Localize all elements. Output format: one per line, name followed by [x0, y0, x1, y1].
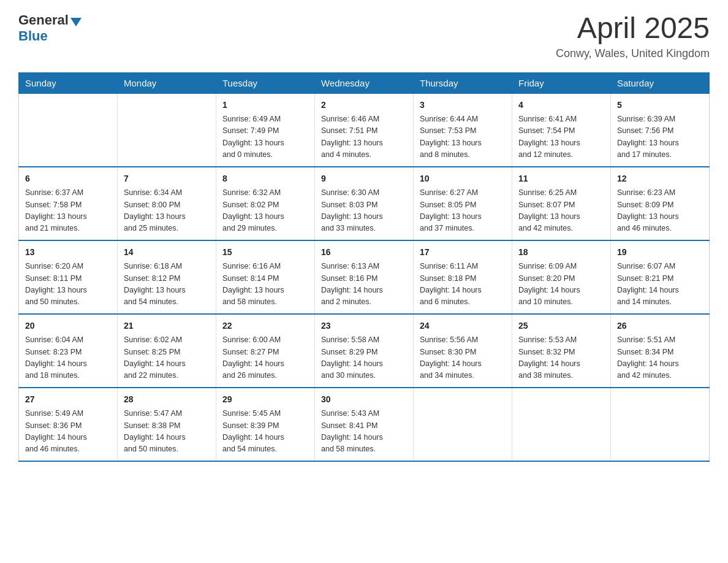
day-number: 9: [321, 172, 407, 185]
day-info: Sunrise: 6:44 AM Sunset: 7:53 PM Dayligh…: [420, 113, 506, 161]
day-number: 29: [222, 393, 308, 406]
day-number: 11: [518, 172, 604, 185]
calendar-header-row: SundayMondayTuesdayWednesdayThursdayFrid…: [19, 72, 710, 93]
day-number: 2: [321, 99, 407, 112]
day-number: 3: [420, 99, 506, 112]
day-cell: 28Sunrise: 5:47 AM Sunset: 8:38 PM Dayli…: [118, 388, 216, 461]
day-info: Sunrise: 5:51 AM Sunset: 8:34 PM Dayligh…: [617, 334, 703, 382]
day-info: Sunrise: 6:02 AM Sunset: 8:25 PM Dayligh…: [124, 334, 210, 382]
day-info: Sunrise: 6:49 AM Sunset: 7:49 PM Dayligh…: [222, 113, 308, 161]
day-info: Sunrise: 6:30 AM Sunset: 8:03 PM Dayligh…: [321, 187, 407, 235]
day-cell: 27Sunrise: 5:49 AM Sunset: 8:36 PM Dayli…: [19, 388, 118, 461]
day-info: Sunrise: 6:23 AM Sunset: 8:09 PM Dayligh…: [617, 187, 703, 235]
day-cell: 19Sunrise: 6:07 AM Sunset: 8:21 PM Dayli…: [611, 240, 710, 314]
day-info: Sunrise: 6:32 AM Sunset: 8:02 PM Dayligh…: [222, 187, 308, 235]
day-info: Sunrise: 6:00 AM Sunset: 8:27 PM Dayligh…: [222, 334, 308, 382]
day-info: Sunrise: 6:04 AM Sunset: 8:23 PM Dayligh…: [25, 334, 111, 382]
day-cell: 1Sunrise: 6:49 AM Sunset: 7:49 PM Daylig…: [216, 93, 315, 167]
day-info: Sunrise: 5:53 AM Sunset: 8:32 PM Dayligh…: [518, 334, 604, 382]
day-cell: 8Sunrise: 6:32 AM Sunset: 8:02 PM Daylig…: [216, 167, 315, 240]
day-number: 26: [617, 320, 703, 332]
day-number: 12: [617, 172, 703, 185]
day-cell: 6Sunrise: 6:37 AM Sunset: 7:58 PM Daylig…: [19, 167, 118, 240]
day-cell: 15Sunrise: 6:16 AM Sunset: 8:14 PM Dayli…: [216, 240, 315, 314]
location: Conwy, Wales, United Kingdom: [556, 47, 710, 60]
day-cell: 7Sunrise: 6:34 AM Sunset: 8:00 PM Daylig…: [118, 167, 216, 240]
day-number: 4: [518, 99, 604, 112]
day-number: 13: [25, 246, 111, 259]
day-info: Sunrise: 6:41 AM Sunset: 7:54 PM Dayligh…: [518, 113, 604, 161]
day-number: 7: [124, 172, 210, 185]
day-cell: 24Sunrise: 5:56 AM Sunset: 8:30 PM Dayli…: [414, 314, 512, 388]
day-cell: [512, 388, 611, 461]
day-info: Sunrise: 6:07 AM Sunset: 8:21 PM Dayligh…: [617, 261, 703, 308]
day-number: 1: [222, 99, 308, 112]
day-info: Sunrise: 5:56 AM Sunset: 8:30 PM Dayligh…: [420, 334, 506, 382]
day-number: 17: [420, 246, 506, 259]
day-cell: [414, 388, 512, 461]
header-monday: Monday: [118, 72, 216, 93]
day-info: Sunrise: 6:34 AM Sunset: 8:00 PM Dayligh…: [124, 187, 210, 235]
day-number: 14: [124, 246, 210, 259]
day-cell: 23Sunrise: 5:58 AM Sunset: 8:29 PM Dayli…: [315, 314, 414, 388]
day-cell: 9Sunrise: 6:30 AM Sunset: 8:03 PM Daylig…: [315, 167, 414, 240]
week-row-2: 6Sunrise: 6:37 AM Sunset: 7:58 PM Daylig…: [19, 167, 710, 240]
day-cell: 21Sunrise: 6:02 AM Sunset: 8:25 PM Dayli…: [118, 314, 216, 388]
day-number: 30: [321, 393, 407, 406]
day-info: Sunrise: 6:39 AM Sunset: 7:56 PM Dayligh…: [617, 113, 703, 161]
week-row-1: 1Sunrise: 6:49 AM Sunset: 7:49 PM Daylig…: [19, 93, 710, 167]
day-info: Sunrise: 6:09 AM Sunset: 8:20 PM Dayligh…: [518, 261, 604, 308]
day-cell: 18Sunrise: 6:09 AM Sunset: 8:20 PM Dayli…: [512, 240, 611, 314]
day-number: 23: [321, 320, 407, 332]
day-number: 18: [518, 246, 604, 259]
day-number: 21: [124, 320, 210, 332]
day-number: 22: [222, 320, 308, 332]
logo: General Blue: [18, 12, 82, 44]
header-wednesday: Wednesday: [315, 72, 414, 93]
day-cell: 22Sunrise: 6:00 AM Sunset: 8:27 PM Dayli…: [216, 314, 315, 388]
day-cell: 25Sunrise: 5:53 AM Sunset: 8:32 PM Dayli…: [512, 314, 611, 388]
header-saturday: Saturday: [611, 72, 710, 93]
header-thursday: Thursday: [414, 72, 512, 93]
day-number: 5: [617, 99, 703, 112]
day-cell: 20Sunrise: 6:04 AM Sunset: 8:23 PM Dayli…: [19, 314, 118, 388]
header-tuesday: Tuesday: [216, 72, 315, 93]
day-info: Sunrise: 6:11 AM Sunset: 8:18 PM Dayligh…: [420, 261, 506, 308]
day-number: 6: [25, 172, 111, 185]
day-cell: [118, 93, 216, 167]
day-number: 10: [420, 172, 506, 185]
day-cell: 3Sunrise: 6:44 AM Sunset: 7:53 PM Daylig…: [414, 93, 512, 167]
header-friday: Friday: [512, 72, 611, 93]
day-info: Sunrise: 5:45 AM Sunset: 8:39 PM Dayligh…: [222, 408, 308, 456]
day-cell: 17Sunrise: 6:11 AM Sunset: 8:18 PM Dayli…: [414, 240, 512, 314]
day-cell: 10Sunrise: 6:27 AM Sunset: 8:05 PM Dayli…: [414, 167, 512, 240]
week-row-3: 13Sunrise: 6:20 AM Sunset: 8:11 PM Dayli…: [19, 240, 710, 314]
title-section: April 2025 Conwy, Wales, United Kingdom: [556, 12, 710, 60]
month-title: April 2025: [556, 12, 710, 45]
week-row-4: 20Sunrise: 6:04 AM Sunset: 8:23 PM Dayli…: [19, 314, 710, 388]
day-info: Sunrise: 5:47 AM Sunset: 8:38 PM Dayligh…: [124, 408, 210, 456]
day-cell: 16Sunrise: 6:13 AM Sunset: 8:16 PM Dayli…: [315, 240, 414, 314]
day-cell: 29Sunrise: 5:45 AM Sunset: 8:39 PM Dayli…: [216, 388, 315, 461]
day-info: Sunrise: 6:20 AM Sunset: 8:11 PM Dayligh…: [25, 261, 111, 308]
day-cell: 2Sunrise: 6:46 AM Sunset: 7:51 PM Daylig…: [315, 93, 414, 167]
day-cell: 11Sunrise: 6:25 AM Sunset: 8:07 PM Dayli…: [512, 167, 611, 240]
day-number: 28: [124, 393, 210, 406]
day-info: Sunrise: 6:18 AM Sunset: 8:12 PM Dayligh…: [124, 261, 210, 308]
day-cell: [611, 388, 710, 461]
day-info: Sunrise: 5:43 AM Sunset: 8:41 PM Dayligh…: [321, 408, 407, 456]
day-info: Sunrise: 6:46 AM Sunset: 7:51 PM Dayligh…: [321, 113, 407, 161]
day-number: 8: [222, 172, 308, 185]
day-cell: 14Sunrise: 6:18 AM Sunset: 8:12 PM Dayli…: [118, 240, 216, 314]
day-info: Sunrise: 6:27 AM Sunset: 8:05 PM Dayligh…: [420, 187, 506, 235]
day-number: 15: [222, 246, 308, 259]
day-number: 16: [321, 246, 407, 259]
day-cell: [19, 93, 118, 167]
page-header: General Blue April 2025 Conwy, Wales, Un…: [18, 12, 710, 60]
day-info: Sunrise: 6:16 AM Sunset: 8:14 PM Dayligh…: [222, 261, 308, 308]
day-number: 27: [25, 393, 111, 406]
day-info: Sunrise: 6:37 AM Sunset: 7:58 PM Dayligh…: [25, 187, 111, 235]
day-cell: 30Sunrise: 5:43 AM Sunset: 8:41 PM Dayli…: [315, 388, 414, 461]
day-number: 25: [518, 320, 604, 332]
day-info: Sunrise: 6:25 AM Sunset: 8:07 PM Dayligh…: [518, 187, 604, 235]
